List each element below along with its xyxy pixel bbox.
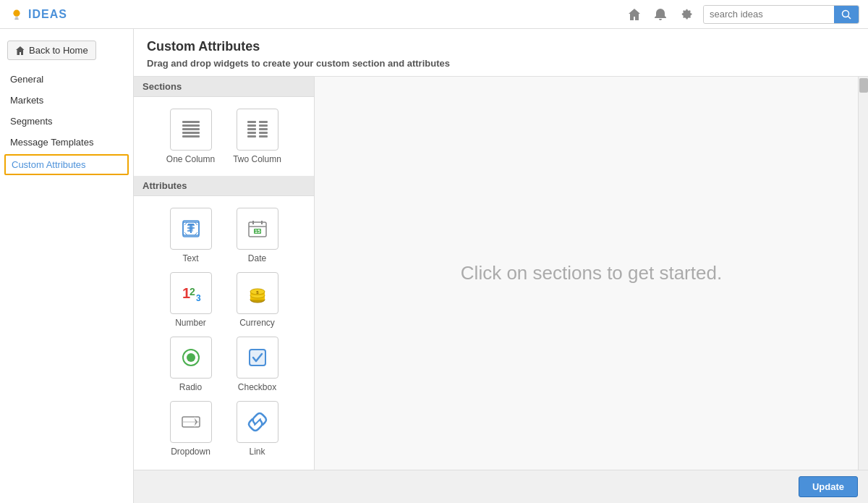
widget-number[interactable]: 1 2 3 Number bbox=[162, 272, 220, 328]
main-header: Custom Attributes Drag and drop widgets … bbox=[134, 29, 868, 77]
svg-rect-19 bbox=[259, 135, 268, 138]
scrollbar[interactable] bbox=[858, 77, 868, 470]
svg-rect-18 bbox=[247, 135, 256, 138]
search-button[interactable] bbox=[834, 6, 859, 23]
app-logo: IDEAS bbox=[9, 7, 67, 22]
svg-point-47 bbox=[187, 353, 195, 362]
widget-date[interactable]: 15 Date bbox=[229, 208, 286, 263]
main-layout: Back to Home General Markets Segments Me… bbox=[0, 29, 868, 503]
page-title: Custom Attributes bbox=[147, 39, 855, 54]
svg-rect-8 bbox=[182, 132, 200, 134]
svg-rect-16 bbox=[247, 132, 256, 134]
svg-rect-49 bbox=[250, 350, 265, 365]
scrollbar-thumb bbox=[859, 78, 868, 93]
page-subtitle: Drag and drop widgets to create your cus… bbox=[147, 58, 855, 69]
sidebar-item-general[interactable]: General bbox=[0, 69, 133, 90]
sidebar: Back to Home General Markets Segments Me… bbox=[0, 29, 134, 503]
link-icon bbox=[244, 408, 271, 436]
home-icon-button[interactable] bbox=[625, 5, 644, 24]
number-icon: 1 2 3 bbox=[177, 279, 205, 307]
drop-hint-text: Click on sections to get started. bbox=[315, 77, 868, 470]
widget-link[interactable]: Link bbox=[229, 401, 286, 457]
attributes-header: Attributes bbox=[134, 176, 314, 196]
widget-one-column[interactable]: One Column bbox=[162, 109, 220, 164]
text-icon bbox=[177, 215, 205, 242]
svg-line-53 bbox=[255, 419, 260, 425]
footer: Update bbox=[134, 470, 868, 503]
nav-icons bbox=[625, 5, 859, 24]
currency-icon: $ bbox=[244, 279, 271, 307]
widget-currency[interactable]: $ Currency bbox=[229, 272, 286, 328]
checkbox-icon bbox=[244, 344, 271, 371]
sections-header: Sections bbox=[134, 77, 314, 97]
search-input[interactable] bbox=[704, 6, 834, 22]
widgets-panel: Sections One Col bbox=[134, 77, 315, 470]
svg-text:3: 3 bbox=[196, 293, 201, 303]
sidebar-item-segments[interactable]: Segments bbox=[0, 111, 133, 132]
svg-rect-17 bbox=[259, 132, 268, 134]
svg-rect-14 bbox=[247, 128, 256, 130]
search-box bbox=[703, 5, 859, 24]
svg-rect-12 bbox=[247, 124, 256, 127]
svg-rect-6 bbox=[182, 124, 200, 127]
svg-line-4 bbox=[848, 16, 851, 19]
drop-area: Click on sections to get started. bbox=[315, 77, 868, 470]
svg-text:2: 2 bbox=[190, 286, 195, 297]
top-navbar: IDEAS bbox=[0, 0, 868, 29]
svg-rect-10 bbox=[247, 121, 256, 123]
one-column-icon bbox=[178, 117, 204, 143]
widget-dropdown[interactable]: Dropdown bbox=[162, 401, 220, 457]
date-icon: 15 bbox=[244, 215, 271, 242]
sidebar-item-message-templates[interactable]: Message Templates bbox=[0, 132, 133, 153]
svg-rect-2 bbox=[14, 18, 19, 19]
widget-radio[interactable]: Radio bbox=[162, 337, 220, 392]
home-small-icon bbox=[15, 46, 25, 56]
search-icon bbox=[841, 9, 851, 20]
widget-checkbox[interactable]: Checkbox bbox=[229, 337, 286, 392]
svg-point-3 bbox=[843, 10, 849, 17]
svg-text:15: 15 bbox=[255, 229, 260, 234]
back-to-home-button[interactable]: Back to Home bbox=[7, 41, 96, 60]
main-area: Custom Attributes Drag and drop widgets … bbox=[134, 29, 868, 503]
svg-rect-5 bbox=[182, 121, 200, 123]
notifications-icon-button[interactable] bbox=[651, 5, 670, 24]
svg-rect-9 bbox=[182, 135, 200, 138]
dropdown-icon bbox=[177, 408, 205, 436]
widget-two-column[interactable]: Two Column bbox=[229, 109, 286, 164]
content-area: Sections One Col bbox=[134, 77, 868, 470]
radio-icon bbox=[177, 344, 205, 371]
attribute-widgets-area: Text 15 bbox=[134, 196, 314, 468]
svg-rect-13 bbox=[259, 124, 268, 127]
svg-rect-1 bbox=[15, 16, 18, 18]
section-widgets-area: One Column bbox=[134, 97, 314, 176]
two-column-icon bbox=[244, 117, 271, 143]
svg-point-0 bbox=[13, 9, 20, 16]
svg-rect-11 bbox=[259, 121, 268, 123]
sidebar-item-custom-attributes[interactable]: Custom Attributes bbox=[4, 154, 129, 175]
svg-rect-15 bbox=[259, 128, 268, 130]
svg-rect-7 bbox=[182, 128, 200, 130]
sidebar-item-markets[interactable]: Markets bbox=[0, 90, 133, 111]
update-button[interactable]: Update bbox=[799, 476, 858, 497]
bulb-icon bbox=[9, 7, 25, 22]
widget-text[interactable]: Text bbox=[162, 208, 220, 263]
settings-icon-button[interactable] bbox=[677, 5, 696, 24]
